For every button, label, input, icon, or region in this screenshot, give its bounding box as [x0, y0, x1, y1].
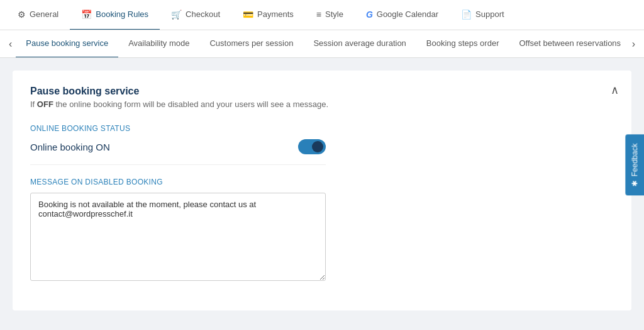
toggle-thumb [312, 141, 323, 152]
tab-general[interactable]: ⚙ General [6, 0, 70, 30]
online-booking-status-label: Online Booking Status [30, 124, 614, 133]
sub-nav-item-customers-per-session[interactable]: Customers per session [199, 30, 303, 58]
calendar-icon: 📅 [81, 9, 92, 20]
feedback-label: Feedback [631, 144, 640, 177]
tab-style[interactable]: ≡ Style [305, 0, 355, 30]
toggle-row: Online booking ON [30, 139, 326, 165]
message-textarea[interactable]: Booking is not available at the moment, … [30, 193, 326, 281]
google-icon: G [366, 9, 373, 20]
tab-payments[interactable]: 💳 Payments [231, 0, 305, 30]
feedback-icon: ✱ [631, 180, 640, 186]
sub-navigation: ‹ Pause booking service Availability mod… [0, 30, 644, 58]
tab-booking-rules[interactable]: 📅 Booking Rules [70, 0, 160, 30]
toggle-label: Online booking ON [30, 142, 110, 152]
online-booking-toggle[interactable] [298, 139, 326, 154]
card-icon: 💳 [243, 9, 253, 20]
sub-nav-item-session-average-duration[interactable]: Session average duration [303, 30, 416, 58]
tab-support[interactable]: 📄 Support [450, 0, 516, 30]
style-icon: ≡ [316, 9, 321, 20]
sub-nav-item-offset-between-reservations[interactable]: Offset between reservations [509, 30, 628, 58]
pause-booking-section: ∧ Pause booking service If OFF the onlin… [13, 71, 631, 310]
section-subtitle: If OFF the online booking form will be d… [30, 100, 614, 109]
sub-nav-item-booking-steps-order[interactable]: Booking steps order [416, 30, 509, 58]
section-title: Pause booking service [30, 86, 614, 97]
gear-icon: ⚙ [18, 9, 26, 20]
message-label: Message on disabled booking [30, 178, 614, 186]
tab-checkout[interactable]: 🛒 Checkout [160, 0, 231, 30]
sub-nav-next-button[interactable]: › [628, 30, 639, 58]
main-content: ∧ Pause booking service If OFF the onlin… [0, 58, 644, 323]
collapse-button[interactable]: ∧ [611, 83, 619, 97]
sub-nav-item-availability-mode[interactable]: Availability mode [118, 30, 199, 58]
feedback-button[interactable]: ✱ Feedback [626, 135, 644, 196]
online-booking-status-group: Online Booking Status Online booking ON [30, 124, 614, 165]
sub-nav-item-pause-booking[interactable]: Pause booking service [16, 30, 118, 58]
message-field-group: Message on disabled booking Booking is n… [30, 178, 614, 283]
support-icon: 📄 [461, 9, 472, 20]
toggle-track [298, 139, 326, 154]
tab-google-calendar[interactable]: G Google Calendar [355, 0, 450, 30]
cart-icon: 🛒 [171, 9, 182, 20]
sub-nav-prev-button[interactable]: ‹ [5, 30, 16, 58]
top-navigation: ⚙ General 📅 Booking Rules 🛒 Checkout 💳 P… [0, 0, 644, 30]
